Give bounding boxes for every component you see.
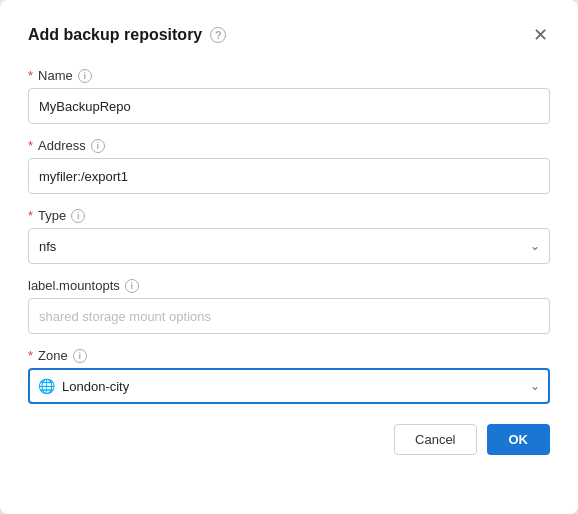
type-required-star: * (28, 208, 33, 223)
modal-footer: Cancel OK (28, 424, 550, 455)
address-input[interactable] (28, 158, 550, 194)
ok-button[interactable]: OK (487, 424, 551, 455)
type-select-wrapper: nfs cifs local ⌄ (28, 228, 550, 264)
zone-field-group: * Zone i 🌐 London-city US-east EU-west ⌄ (28, 348, 550, 404)
name-required-star: * (28, 68, 33, 83)
mountopts-label-text: label.mountopts (28, 278, 120, 293)
mountopts-field-group: label.mountopts i (28, 278, 550, 334)
zone-label-text: Zone (38, 348, 68, 363)
name-label-text: Name (38, 68, 73, 83)
name-label: * Name i (28, 68, 550, 83)
modal-title: Add backup repository (28, 26, 202, 44)
zone-required-star: * (28, 348, 33, 363)
zone-select-wrapper: 🌐 London-city US-east EU-west ⌄ (28, 368, 550, 404)
help-icon[interactable]: ? (210, 27, 226, 43)
zone-select[interactable]: London-city US-east EU-west (28, 368, 550, 404)
address-label-text: Address (38, 138, 86, 153)
zone-info-icon[interactable]: i (73, 349, 87, 363)
mountopts-input[interactable] (28, 298, 550, 334)
close-icon[interactable]: ✕ (531, 24, 550, 46)
modal-title-group: Add backup repository ? (28, 26, 226, 44)
mountopts-info-icon[interactable]: i (125, 279, 139, 293)
type-info-icon[interactable]: i (71, 209, 85, 223)
name-info-icon[interactable]: i (78, 69, 92, 83)
address-label: * Address i (28, 138, 550, 153)
address-info-icon[interactable]: i (91, 139, 105, 153)
mountopts-label: label.mountopts i (28, 278, 550, 293)
type-field-group: * Type i nfs cifs local ⌄ (28, 208, 550, 264)
type-label: * Type i (28, 208, 550, 223)
type-label-text: Type (38, 208, 66, 223)
add-backup-repository-modal: Add backup repository ? ✕ * Name i * Add… (0, 0, 578, 514)
modal-overlay: Add backup repository ? ✕ * Name i * Add… (0, 0, 578, 514)
cancel-button[interactable]: Cancel (394, 424, 476, 455)
name-input[interactable] (28, 88, 550, 124)
address-required-star: * (28, 138, 33, 153)
name-field-group: * Name i (28, 68, 550, 124)
address-field-group: * Address i (28, 138, 550, 194)
zone-label: * Zone i (28, 348, 550, 363)
type-select[interactable]: nfs cifs local (28, 228, 550, 264)
modal-header: Add backup repository ? ✕ (28, 24, 550, 46)
